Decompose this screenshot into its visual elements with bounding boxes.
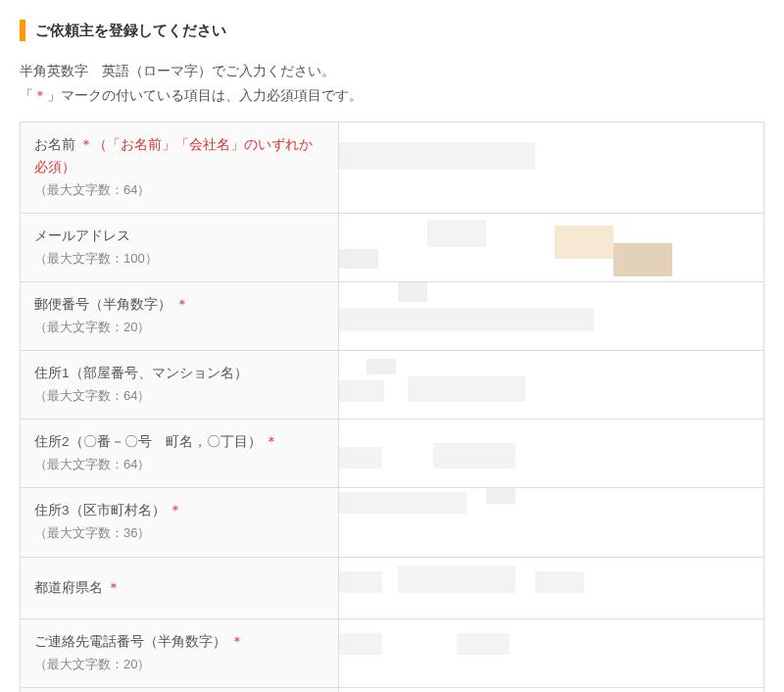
required-star-icon: ＊: [79, 137, 93, 152]
field-value[interactable]: [339, 619, 763, 687]
field-value[interactable]: [339, 558, 763, 619]
redacted-content: [555, 225, 613, 259]
required-star-icon: ＊: [169, 503, 182, 518]
required-star-icon: ＊: [33, 87, 47, 103]
redacted-content: [339, 571, 382, 593]
redacted-content: [398, 282, 427, 302]
field-value[interactable]: [339, 420, 763, 487]
redacted-content: [339, 380, 384, 402]
field-row-address1: 住所1（部屋番号、マンション名） （最大文字数：64）: [21, 351, 763, 420]
field-row-address3: 住所3（区市町村名） ＊ （最大文字数：36）: [21, 488, 763, 557]
redacted-content: [339, 249, 378, 269]
field-row-name: お名前 ＊（「お名前」「会社名」のいずれか必須） （最大文字数：64）: [21, 123, 763, 214]
field-row-email: メールアドレス （最大文字数：100）: [21, 214, 763, 282]
redacted-content: [427, 220, 486, 247]
form-table: お名前 ＊（「お名前」「会社名」のいずれか必須） （最大文字数：64） メールア…: [20, 122, 764, 692]
redacted-content: [367, 359, 396, 374]
required-star-icon: ＊: [265, 434, 278, 449]
section-heading: ご依頼主を登録してください: [20, 20, 764, 41]
field-label: 都道府県名 ＊: [21, 558, 339, 619]
field-value[interactable]: [339, 123, 763, 213]
instructions: 半角英数字 英語（ローマ字）でご入力ください。 「＊」マークの付いている項目は、…: [20, 59, 764, 108]
field-label: ご連絡先電話番号（半角数字） ＊ （最大文字数：20）: [21, 619, 339, 687]
instruction-line-2: 「＊」マークの付いている項目は、入力必須項目です。: [20, 83, 764, 108]
redacted-content: [613, 243, 672, 276]
field-value[interactable]: [339, 488, 763, 556]
field-value[interactable]: [339, 688, 763, 692]
redacted-content: [339, 633, 382, 655]
field-label: 住所2（〇番－〇号 町名，〇丁目） ＊ （最大文字数：64）: [21, 420, 339, 487]
required-star-icon: ＊: [107, 580, 121, 595]
redacted-content: [535, 571, 584, 593]
field-label: 住所3（区市町村名） ＊ （最大文字数：36）: [21, 488, 339, 556]
field-value[interactable]: [339, 282, 763, 350]
field-row-postal: 郵便番号（半角数字） ＊ （最大文字数：20）: [21, 282, 763, 351]
heading-text: ご依頼主を登録してください: [35, 22, 226, 40]
heading-accent-bar: [20, 20, 25, 41]
field-row-fax: ご連絡先FAX番号（半角数字） （最大文字数：20）: [21, 688, 763, 692]
field-value[interactable]: [339, 214, 763, 281]
required-star-icon: ＊: [175, 297, 189, 312]
redacted-content: [339, 308, 594, 331]
redacted-content: [339, 492, 466, 514]
field-row-phone: ご連絡先電話番号（半角数字） ＊ （最大文字数：20）: [21, 619, 763, 688]
field-row-address2: 住所2（〇番－〇号 町名，〇丁目） ＊ （最大文字数：64）: [21, 420, 763, 488]
required-star-icon: ＊: [230, 634, 244, 649]
field-label: 住所1（部屋番号、マンション名） （最大文字数：64）: [21, 351, 339, 419]
field-label: 郵便番号（半角数字） ＊ （最大文字数：20）: [21, 282, 339, 350]
redacted-content: [339, 447, 382, 469]
redacted-content: [398, 566, 515, 593]
redacted-content: [339, 142, 535, 170]
instruction-line-1: 半角英数字 英語（ローマ字）でご入力ください。: [20, 59, 764, 83]
redacted-content: [408, 376, 525, 402]
field-label: お名前 ＊（「お名前」「会社名」のいずれか必須） （最大文字数：64）: [21, 123, 339, 213]
field-value[interactable]: [339, 351, 763, 419]
redacted-content: [486, 488, 515, 504]
field-row-prefecture: 都道府県名 ＊: [21, 558, 763, 620]
redacted-content: [457, 633, 510, 655]
field-label: メールアドレス （最大文字数：100）: [21, 214, 339, 281]
redacted-content: [433, 443, 515, 469]
field-label: ご連絡先FAX番号（半角数字） （最大文字数：20）: [21, 688, 339, 692]
